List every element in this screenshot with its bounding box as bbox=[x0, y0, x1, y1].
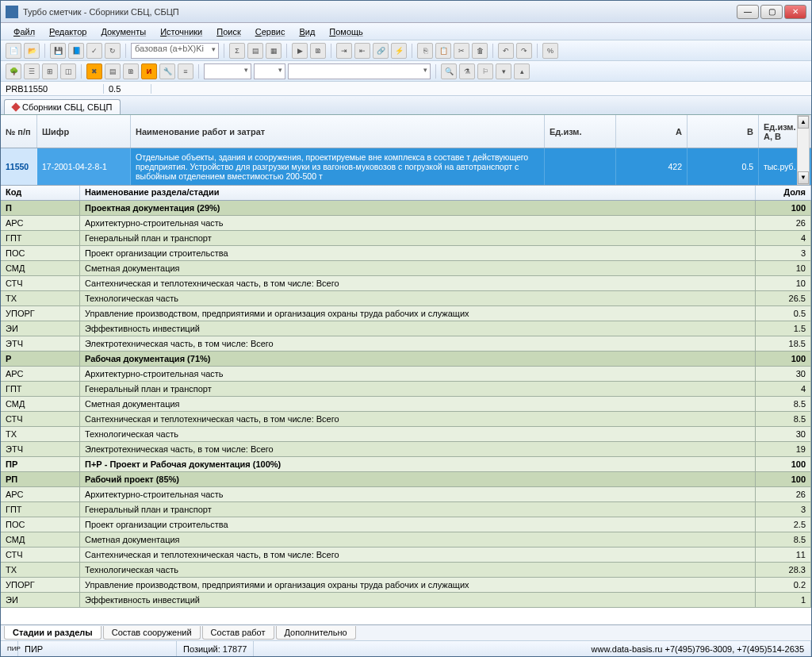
col-cifr[interactable]: Шифр bbox=[37, 115, 131, 148]
link-icon[interactable]: 🔗 bbox=[373, 43, 389, 59]
redo-icon[interactable]: ↷ bbox=[516, 43, 532, 59]
bottom-tab-0[interactable]: Стадии и разделы bbox=[4, 626, 102, 640]
minimize-button[interactable]: — bbox=[737, 5, 759, 19]
detail-row[interactable]: СМДСметная документация8.5 bbox=[1, 532, 811, 548]
combo-3[interactable] bbox=[254, 63, 285, 79]
col-b[interactable]: В bbox=[688, 115, 759, 148]
percent-icon[interactable]: % bbox=[542, 43, 558, 59]
unfold-icon[interactable]: ▴ bbox=[514, 63, 530, 79]
detail-row[interactable]: ПОСПроект организации строительства3 bbox=[1, 246, 811, 261]
sigma-icon[interactable]: Σ bbox=[229, 43, 245, 59]
detail-row[interactable]: ППроектная документация (29%)100 bbox=[1, 201, 811, 216]
wrench-icon[interactable]: 🔧 bbox=[159, 63, 175, 79]
doc-icon[interactable]: 🗎 bbox=[310, 43, 326, 59]
scroll-down-icon[interactable]: ▼ bbox=[798, 171, 809, 184]
menu-редактор[interactable]: Редактор bbox=[43, 25, 93, 38]
doc2-icon[interactable]: 🗎 bbox=[123, 63, 139, 79]
check-icon[interactable]: ✓ bbox=[86, 43, 102, 59]
tool-icon[interactable]: ✖ bbox=[86, 63, 102, 79]
close-button[interactable]: ✕ bbox=[784, 5, 806, 19]
collapse-icon[interactable]: ▦ bbox=[266, 43, 282, 59]
refresh-icon[interactable]: ↻ bbox=[105, 43, 121, 59]
bottom-tab-3[interactable]: Дополнительно bbox=[276, 626, 356, 640]
bottom-tab-2[interactable]: Состав работ bbox=[202, 626, 274, 640]
paste-icon[interactable]: 📋 bbox=[435, 43, 451, 59]
new-icon[interactable]: 📄 bbox=[6, 43, 21, 59]
detail-row[interactable]: СТЧСантехническая и теплотехническая час… bbox=[1, 276, 811, 291]
formula-combo[interactable]: базовая (a+bX)Ki bbox=[131, 43, 219, 59]
detail-row[interactable]: ТХТехнологическая часть30 bbox=[1, 427, 811, 442]
detail-row[interactable]: СТЧСантехническая и теплотехническая час… bbox=[1, 548, 811, 563]
open-icon[interactable]: 📂 bbox=[24, 43, 40, 59]
grid-icon[interactable]: ⊞ bbox=[42, 63, 58, 79]
detail-row[interactable]: РПРабочий проект (85%)100 bbox=[1, 472, 811, 487]
menu-поиск[interactable]: Поиск bbox=[210, 25, 247, 38]
detail-row[interactable]: СМДСметная документация8.5 bbox=[1, 397, 811, 412]
detail-row[interactable]: ГПТГенеральный план и транспорт3 bbox=[1, 502, 811, 517]
save-icon[interactable]: 💾 bbox=[50, 43, 66, 59]
ind-icon[interactable]: И bbox=[141, 63, 157, 79]
scroll-up-icon[interactable]: ▲ bbox=[798, 116, 809, 129]
menu-источники[interactable]: Источники bbox=[154, 25, 209, 38]
d-code: ПОС bbox=[1, 517, 80, 532]
menu-документы[interactable]: Документы bbox=[94, 25, 152, 38]
doc-tab-active[interactable]: Сборники СБЦ, СБЦП bbox=[4, 99, 121, 114]
combo-2[interactable] bbox=[204, 63, 251, 79]
undo-icon[interactable]: ↶ bbox=[498, 43, 514, 59]
col-name[interactable]: Наименование работ и затрат bbox=[131, 115, 545, 148]
detail-row[interactable]: ГПТГенеральный план и транспорт4 bbox=[1, 231, 811, 246]
dcol-val[interactable]: Доля bbox=[756, 186, 811, 200]
filter-icon[interactable]: ≡ bbox=[178, 63, 193, 79]
detail-row[interactable]: ЭИЭффективность инвестиций1 bbox=[1, 593, 811, 608]
grid-row[interactable]: 11550 17-2001-04-2-8-1 Отдельные объекты… bbox=[1, 148, 811, 185]
run-icon[interactable]: ▶ bbox=[292, 43, 308, 59]
detail-row[interactable]: АРСАрхитектурно-строительная часть26 bbox=[1, 216, 811, 231]
detail-row[interactable]: СТЧСантехническая и теплотехническая час… bbox=[1, 412, 811, 427]
detail-row[interactable]: ТХТехнологическая часть28.3 bbox=[1, 563, 811, 578]
grid-scrollbar[interactable]: ▲ ▼ bbox=[797, 115, 810, 185]
menu-вид[interactable]: Вид bbox=[293, 25, 321, 38]
search-icon[interactable]: 🔍 bbox=[441, 63, 457, 79]
flag-icon[interactable]: ⚐ bbox=[477, 63, 493, 79]
funnel-icon[interactable]: ⚗ bbox=[459, 63, 475, 79]
dcol-name[interactable]: Наименование раздела/стадии bbox=[80, 186, 756, 200]
menu-файл[interactable]: Файл bbox=[7, 25, 41, 38]
cell-value[interactable]: 0.5 bbox=[104, 84, 151, 94]
cut-icon[interactable]: ✂ bbox=[454, 43, 469, 59]
bolt-icon[interactable]: ⚡ bbox=[391, 43, 407, 59]
import-icon[interactable]: ⇥ bbox=[336, 43, 352, 59]
fold-icon[interactable]: ▾ bbox=[496, 63, 511, 79]
split-icon[interactable]: ◫ bbox=[60, 63, 76, 79]
col-num[interactable]: № п/п bbox=[1, 115, 37, 148]
detail-row[interactable]: АРСАрхитектурно-строительная часть30 bbox=[1, 367, 811, 382]
col-a[interactable]: А bbox=[616, 115, 688, 148]
detail-row[interactable]: АРСАрхитектурно-строительная часть26 bbox=[1, 487, 811, 502]
detail-row[interactable]: ТХТехнологическая часть26.5 bbox=[1, 291, 811, 306]
maximize-button[interactable]: ▢ bbox=[760, 5, 783, 19]
tree-icon[interactable]: 🌳 bbox=[6, 63, 21, 79]
copy-icon[interactable]: ⎘ bbox=[417, 43, 433, 59]
detail-row[interactable]: ЭИЭффективность инвестиций1.5 bbox=[1, 321, 811, 336]
menu-помощь[interactable]: Помощь bbox=[323, 25, 370, 38]
detail-row[interactable]: ПОСПроект организации строительства2.5 bbox=[1, 517, 811, 532]
col-unit[interactable]: Ед.изм. bbox=[545, 115, 616, 148]
detail-row[interactable]: РРабочая документация (71%)100 bbox=[1, 352, 811, 367]
menu-сервис[interactable]: Сервис bbox=[249, 25, 292, 38]
detail-row[interactable]: УПОРГУправление производством, предприят… bbox=[1, 578, 811, 593]
detail-row[interactable]: ГПТГенеральный план и транспорт4 bbox=[1, 382, 811, 397]
detail-row[interactable]: ПРП+Р - Проект и Рабочая документация (1… bbox=[1, 457, 811, 472]
delete-icon[interactable]: 🗑 bbox=[472, 43, 488, 59]
export-icon[interactable]: ⇤ bbox=[354, 43, 370, 59]
bottom-tab-1[interactable]: Состав сооружений bbox=[103, 626, 201, 640]
list-icon[interactable]: ☰ bbox=[24, 63, 40, 79]
detail-row[interactable]: ЭТЧЭлектротехническая часть, в том числе… bbox=[1, 336, 811, 352]
d-code: ЭТЧ bbox=[1, 442, 80, 456]
expand-icon[interactable]: ▤ bbox=[247, 43, 263, 59]
dcol-code[interactable]: Код bbox=[1, 186, 80, 200]
book-icon[interactable]: 📘 bbox=[68, 43, 84, 59]
detail-row[interactable]: УПОРГУправление производством, предприят… bbox=[1, 306, 811, 321]
combo-4[interactable] bbox=[288, 63, 431, 79]
detail-row[interactable]: СМДСметная документация10 bbox=[1, 261, 811, 276]
detail-row[interactable]: ЭТЧЭлектротехническая часть, в том числе… bbox=[1, 442, 811, 457]
layers-icon[interactable]: ▤ bbox=[105, 63, 121, 79]
